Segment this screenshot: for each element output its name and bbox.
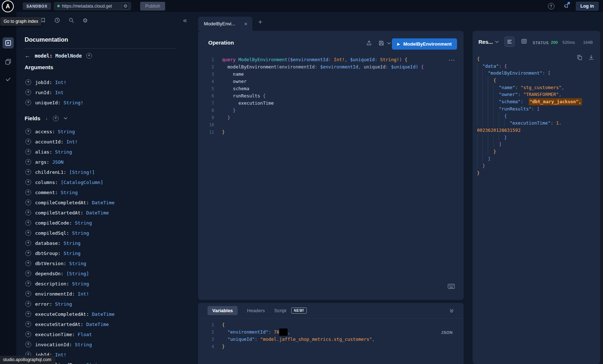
endpoint-url-text[interactable]: https://metadata.cloud.get (62, 4, 112, 9)
announcements-button[interactable] (563, 3, 569, 9)
field-name[interactable]: accountId: (35, 139, 63, 145)
field-name[interactable]: jobId: (35, 80, 52, 85)
chevron-down-icon[interactable] (64, 117, 67, 120)
field-name[interactable]: runId: (35, 90, 52, 95)
add-type-icon[interactable]: + (86, 53, 92, 59)
field-type[interactable]: Int! (55, 352, 66, 357)
add-to-operation-icon[interactable]: + (25, 139, 31, 145)
field-type[interactable]: DateTime (92, 200, 115, 205)
field-type[interactable]: Int! (66, 139, 78, 145)
publish-button[interactable]: Publish (140, 2, 165, 11)
doc-field-row[interactable]: +dbtVersion:String (16, 258, 192, 268)
save-operation-icon[interactable] (378, 40, 384, 46)
field-name[interactable]: dbtVersion: (35, 261, 66, 266)
add-to-operation-icon[interactable]: + (25, 230, 31, 236)
doc-field-row[interactable]: +dependsOn:[String] (16, 268, 192, 279)
field-name[interactable]: args: (35, 159, 49, 165)
doc-field-row[interactable]: +environmentId:Int! (16, 289, 192, 299)
field-type[interactable]: DateTime (86, 210, 109, 216)
new-tab-icon[interactable]: + (258, 18, 262, 26)
doc-field-row[interactable]: +runId:Int (16, 87, 192, 97)
settings-gear-icon[interactable]: ⚙ (83, 17, 88, 24)
add-to-operation-icon[interactable]: + (25, 210, 31, 216)
field-name[interactable]: uniqueId: (35, 100, 60, 105)
field-name[interactable]: executeCompletedAt: (35, 311, 89, 317)
doc-field-row[interactable]: +description:String (16, 279, 192, 289)
add-to-operation-icon[interactable]: + (25, 301, 31, 307)
add-to-operation-icon[interactable]: + (25, 169, 31, 175)
add-to-operation-icon[interactable]: + (25, 250, 31, 256)
keyboard-shortcuts-icon[interactable] (448, 284, 455, 289)
field-name[interactable]: environmentId: (35, 291, 75, 297)
add-to-operation-icon[interactable]: + (25, 189, 31, 195)
variables-editor[interactable]: 1{2 "environmentId": 78888,3 "uniqueId":… (198, 321, 464, 350)
save-dropdown-chevron-icon[interactable] (387, 42, 391, 45)
endpoint-url-input[interactable]: https://metadata.cloud.get ⚙ (54, 2, 131, 10)
table-view-toggle[interactable] (521, 39, 527, 44)
add-to-operation-icon[interactable]: + (25, 149, 31, 155)
field-type[interactable]: String (63, 251, 80, 256)
run-operation-button[interactable]: ▶ ModelByEnvironment (392, 38, 457, 50)
add-to-operation-icon[interactable]: + (25, 79, 31, 85)
field-name[interactable]: executionTime: (35, 332, 75, 337)
add-to-operation-icon[interactable]: + (25, 331, 31, 337)
field-name[interactable]: access: (35, 129, 55, 134)
operation-editor[interactable]: 1query ModelByEnvironment($environmentId… (198, 56, 464, 136)
raw-view-toggle[interactable] (504, 37, 515, 47)
doc-field-row[interactable]: +compileCompletedAt:DateTime (16, 197, 192, 208)
field-name[interactable]: invocationId: (35, 342, 72, 347)
field-name[interactable]: dependsOn: (35, 271, 63, 276)
field-type[interactable]: [String!] (69, 170, 95, 175)
field-type[interactable]: String (58, 129, 75, 134)
field-name[interactable]: error: (35, 301, 52, 307)
add-to-operation-icon[interactable]: + (25, 240, 31, 246)
field-type[interactable]: String (75, 220, 92, 226)
add-to-operation-icon[interactable]: + (25, 291, 31, 297)
add-to-operation-icon[interactable]: + (25, 311, 31, 317)
nav-checks[interactable] (3, 74, 14, 85)
field-name[interactable]: database: (35, 240, 60, 246)
field-name[interactable]: childrenL1: (35, 170, 66, 175)
field-name[interactable]: compileCompletedAt: (35, 200, 89, 205)
field-type[interactable]: Int (55, 90, 63, 95)
field-type[interactable]: [CatalogColumn] (61, 180, 103, 185)
tab-script[interactable]: Script (274, 308, 286, 313)
connection-settings-gear-icon[interactable]: ⚙ (122, 3, 129, 9)
field-type[interactable]: String (55, 149, 72, 155)
field-name[interactable]: compiledCode: (35, 220, 72, 226)
field-name[interactable]: comment: (35, 190, 58, 195)
field-name[interactable]: columns: (35, 180, 58, 185)
search-icon[interactable] (68, 17, 74, 23)
field-type[interactable]: JSON (52, 159, 63, 165)
field-name[interactable]: compileStartedAt: (35, 210, 83, 216)
response-title-row[interactable]: Res... (478, 39, 499, 45)
collapse-bottom-panel-icon[interactable] (449, 308, 454, 313)
sort-descending-icon[interactable]: ↓ (45, 116, 48, 121)
operation-tab[interactable]: ModelByEnvi... × (198, 17, 252, 31)
nav-explorer[interactable] (3, 37, 14, 49)
share-operation-icon[interactable] (366, 40, 372, 46)
add-to-operation-icon[interactable]: + (25, 159, 31, 165)
doc-field-row[interactable]: +compiledSql:String (16, 228, 192, 238)
add-to-operation-icon[interactable]: + (25, 271, 31, 276)
field-type[interactable]: String (61, 190, 78, 195)
add-to-operation-icon[interactable]: + (25, 100, 31, 105)
doc-field-row[interactable]: +accountId:Int! (16, 137, 192, 147)
add-to-operation-icon[interactable]: + (25, 260, 31, 266)
doc-field-row[interactable]: +error:String (16, 299, 192, 309)
doc-field-row[interactable]: +executionTime:Float (16, 329, 192, 339)
field-type[interactable]: String! (63, 100, 83, 105)
field-name[interactable]: dbtGroup: (35, 251, 60, 256)
help-icon[interactable]: ? (548, 3, 554, 9)
add-to-operation-icon[interactable]: + (25, 200, 31, 205)
field-type[interactable]: Int! (78, 291, 89, 297)
doc-field-row[interactable]: +dbtGroup:String (16, 248, 192, 258)
field-type[interactable]: String (86, 362, 103, 364)
doc-field-row[interactable]: +database:String (16, 238, 192, 248)
field-type[interactable]: Int! (55, 80, 66, 85)
tab-headers[interactable]: Headers (247, 308, 265, 313)
field-type[interactable]: String (63, 240, 80, 246)
response-json-viewer[interactable]: {"data": {"modelByEnvironment": [{"name"… (477, 55, 599, 177)
field-type[interactable]: DateTime (92, 311, 115, 317)
breadcrumb-type-name[interactable]: ModelNode (55, 53, 82, 59)
